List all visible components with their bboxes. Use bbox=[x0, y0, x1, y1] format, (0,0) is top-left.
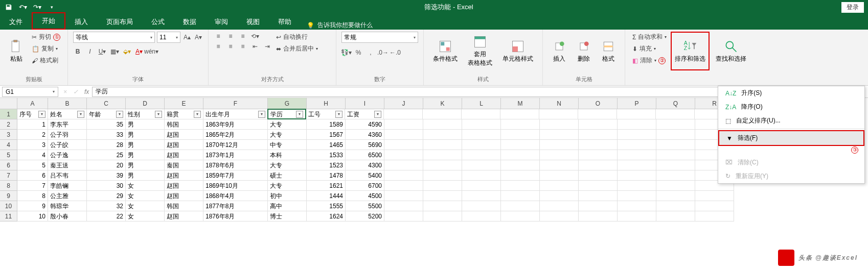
row-header-11[interactable]: 11 bbox=[0, 211, 17, 221]
dec-decimal-icon[interactable]: ←.0 bbox=[391, 48, 400, 57]
cell-E5[interactable]: 赵国 bbox=[165, 150, 203, 160]
cell-M10[interactable] bbox=[501, 201, 540, 211]
cell-M7[interactable] bbox=[501, 170, 540, 181]
format-cells-button[interactable]: 格式 bbox=[597, 32, 620, 70]
cell-K2[interactable] bbox=[423, 119, 462, 130]
filter-dropdown-D[interactable]: ▾ bbox=[155, 111, 162, 118]
filter-dropdown-G[interactable]: ▾ bbox=[296, 111, 303, 118]
cell-H2[interactable]: 1589 bbox=[307, 119, 346, 130]
cell-J8[interactable] bbox=[384, 181, 423, 191]
cell-O3[interactable] bbox=[579, 130, 618, 140]
cell-C6[interactable]: 20 bbox=[87, 160, 126, 170]
cell-E6[interactable]: 秦国 bbox=[165, 160, 203, 170]
cell-B6[interactable]: 秦王送 bbox=[48, 160, 87, 170]
cell-M1[interactable] bbox=[500, 109, 539, 119]
cell-B1[interactable]: 姓名▾ bbox=[48, 109, 87, 119]
underline-button[interactable]: U▾ bbox=[98, 47, 107, 56]
cell-F8[interactable]: 1869年10月 bbox=[203, 181, 268, 191]
tab-file[interactable]: 文件 bbox=[0, 14, 32, 30]
tab-insert[interactable]: 插入 bbox=[65, 14, 97, 30]
row-header-9[interactable]: 9 bbox=[0, 191, 17, 201]
cell-B2[interactable]: 李东平 bbox=[48, 119, 87, 130]
cell-M4[interactable] bbox=[501, 140, 540, 150]
cell-K7[interactable] bbox=[423, 170, 462, 181]
cell-D11[interactable]: 女 bbox=[126, 211, 165, 221]
col-header-M[interactable]: M bbox=[501, 98, 540, 109]
enter-icon[interactable]: ✓ bbox=[70, 88, 81, 95]
cell-Q8[interactable] bbox=[656, 181, 695, 191]
select-all-corner[interactable] bbox=[0, 98, 17, 109]
cell-K5[interactable] bbox=[423, 150, 462, 160]
font-color-button[interactable]: A▾ bbox=[134, 47, 144, 56]
cell-J1[interactable] bbox=[384, 109, 423, 119]
cell-N11[interactable] bbox=[540, 211, 579, 221]
cell-N8[interactable] bbox=[540, 181, 579, 191]
cell-M3[interactable] bbox=[501, 130, 540, 140]
row-header-4[interactable]: 4 bbox=[0, 140, 17, 150]
table-format-button[interactable]: 套用 表格格式 bbox=[464, 32, 496, 70]
cell-I5[interactable]: 6500 bbox=[346, 150, 384, 160]
row-header-3[interactable]: 3 bbox=[0, 130, 17, 140]
tab-pagelayout[interactable]: 页面布局 bbox=[97, 14, 142, 30]
row-header-7[interactable]: 7 bbox=[0, 170, 17, 181]
cell-H10[interactable]: 1555 bbox=[307, 201, 346, 211]
cell-G4[interactable]: 中专 bbox=[268, 140, 307, 150]
insert-cells-button[interactable]: 插入 bbox=[548, 32, 570, 70]
align-left-icon[interactable]: ≡ bbox=[214, 42, 223, 51]
cell-G6[interactable]: 大专 bbox=[268, 160, 307, 170]
number-format-combo[interactable]: 常规▾ bbox=[341, 32, 418, 43]
cell-K3[interactable] bbox=[423, 130, 462, 140]
col-header-B[interactable]: B bbox=[48, 98, 87, 109]
cell-P9[interactable] bbox=[618, 191, 656, 201]
cell-M5[interactable] bbox=[501, 150, 540, 160]
cell-D3[interactable]: 男 bbox=[126, 130, 165, 140]
cell-O10[interactable] bbox=[579, 201, 618, 211]
cell-N10[interactable] bbox=[540, 201, 579, 211]
comma-icon[interactable]: , bbox=[366, 48, 375, 57]
cell-R9[interactable] bbox=[695, 191, 734, 201]
cell-N2[interactable] bbox=[540, 119, 579, 130]
col-header-I[interactable]: I bbox=[346, 98, 384, 109]
cell-F7[interactable]: 1859年7月 bbox=[203, 170, 268, 181]
tab-review[interactable]: 审阅 bbox=[205, 14, 237, 30]
cell-Q10[interactable] bbox=[656, 201, 695, 211]
cell-A4[interactable]: 3 bbox=[17, 140, 48, 150]
cell-I2[interactable]: 4590 bbox=[346, 119, 384, 130]
italic-button[interactable]: I bbox=[85, 47, 95, 56]
cell-Q7[interactable] bbox=[656, 170, 695, 181]
cell-I8[interactable]: 6700 bbox=[346, 181, 384, 191]
cut-button[interactable]: ✂剪切 ① bbox=[30, 32, 62, 42]
cell-H4[interactable]: 1465 bbox=[307, 140, 346, 150]
cell-P7[interactable] bbox=[618, 170, 656, 181]
cell-G1[interactable]: 学历▾ bbox=[267, 109, 306, 119]
cell-D2[interactable]: 男 bbox=[126, 119, 165, 130]
cancel-icon[interactable]: × bbox=[60, 88, 70, 95]
cell-J2[interactable] bbox=[384, 119, 423, 130]
menu-sort-desc[interactable]: Z↓A降序(O) bbox=[718, 100, 864, 114]
row-header-10[interactable]: 10 bbox=[0, 201, 17, 211]
cell-Q6[interactable] bbox=[656, 160, 695, 170]
cell-F5[interactable]: 1873年1月 bbox=[203, 150, 268, 160]
cell-F11[interactable]: 1876年8月 bbox=[203, 211, 268, 221]
cell-Q5[interactable] bbox=[656, 150, 695, 160]
cell-F6[interactable]: 1878年6月 bbox=[203, 160, 268, 170]
cell-J10[interactable] bbox=[384, 201, 423, 211]
cell-E3[interactable]: 赵国 bbox=[165, 130, 203, 140]
orientation-icon[interactable]: ⟲▾ bbox=[250, 32, 260, 41]
cell-A1[interactable]: 序号▾ bbox=[17, 109, 48, 119]
cell-B4[interactable]: 公子皎 bbox=[48, 140, 87, 150]
cell-I9[interactable]: 4500 bbox=[346, 191, 384, 201]
cell-G3[interactable]: 大专 bbox=[268, 130, 307, 140]
cell-J9[interactable] bbox=[384, 191, 423, 201]
col-header-C[interactable]: C bbox=[87, 98, 126, 109]
align-right-icon[interactable]: ≡ bbox=[238, 42, 247, 51]
filter-dropdown-C[interactable]: ▾ bbox=[116, 111, 123, 118]
tab-data[interactable]: 数据 bbox=[174, 14, 205, 30]
cell-L1[interactable] bbox=[462, 109, 500, 119]
cell-L3[interactable] bbox=[462, 130, 501, 140]
cell-E9[interactable]: 赵国 bbox=[165, 191, 203, 201]
delete-cells-button[interactable]: 删除 bbox=[573, 32, 595, 70]
cell-F4[interactable]: 1870年12月 bbox=[203, 140, 268, 150]
cell-N9[interactable] bbox=[540, 191, 579, 201]
cell-K6[interactable] bbox=[423, 160, 462, 170]
